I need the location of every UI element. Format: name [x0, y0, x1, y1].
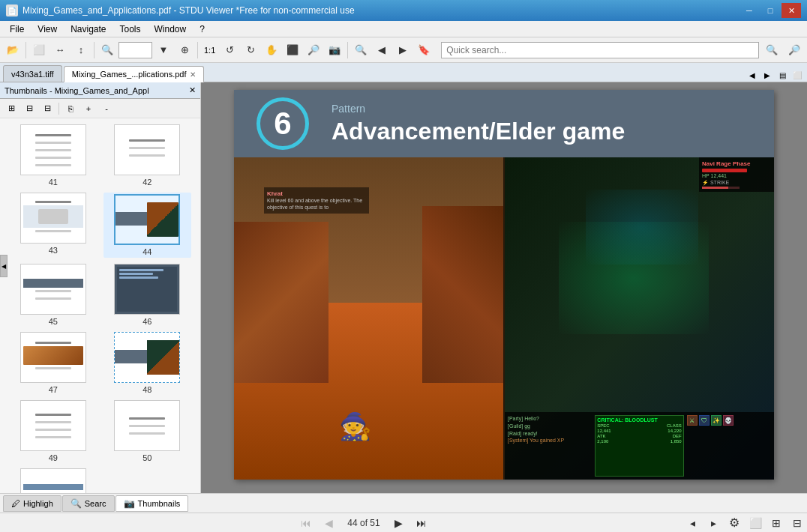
nav-view2-button[interactable]: ⊞ — [766, 515, 786, 531]
pdf-page: 6 Pattern Advancement/Elder game — [234, 90, 774, 480]
tab-tiff[interactable]: v43n3a1.tiff — [3, 65, 62, 82]
tab-prev-button[interactable]: ◀ — [746, 68, 759, 82]
thumb-page-42[interactable]: 42 — [104, 124, 192, 187]
thumb-view-grid[interactable]: ⊞ — [3, 101, 20, 116]
thumb-page-49[interactable]: 49 — [9, 400, 98, 462]
nav-back-button[interactable]: ◂ — [682, 515, 702, 531]
menu-window[interactable]: Window — [148, 22, 194, 37]
open-button[interactable]: 📂 — [3, 40, 22, 60]
menu-help[interactable]: ? — [193, 22, 212, 37]
thumb-view-rows[interactable]: ⊟ — [39, 101, 56, 116]
nav-first-button[interactable]: ⏮ — [296, 515, 316, 531]
thumb-page-41[interactable]: 41 — [9, 124, 98, 187]
main-area: Thumbnails - Mixing_Games_and_Appl ✕ ⊞ ⊟… — [0, 82, 807, 493]
tab-list-button[interactable]: ▤ — [776, 68, 789, 82]
thumb-page-51[interactable]: 51 — [9, 468, 98, 493]
search-options-button[interactable]: 🔎 — [784, 40, 804, 60]
thumb-label-49: 49 — [49, 453, 58, 462]
thumb-copy[interactable]: ⎘ — [62, 101, 79, 116]
thumb-img-43 — [20, 193, 86, 244]
zoom-tool-button[interactable]: 🔎 — [304, 40, 323, 60]
thumbnail-toolbar: ⊞ ⊟ ⊟ ⎘ + - — [0, 99, 200, 118]
fit-width-button[interactable]: ↔ — [50, 40, 70, 60]
tab-highlights[interactable]: 🖊 Highligh — [3, 495, 62, 512]
menu-view[interactable]: View — [31, 22, 64, 37]
nav-prev-button[interactable]: ◀ — [319, 515, 338, 531]
nav-settings-button[interactable]: ⚙ — [724, 515, 744, 531]
fit-page-button[interactable]: ⬜ — [29, 40, 49, 60]
thumb-page-47[interactable]: 47 — [9, 332, 98, 394]
zoom-dropdown-button[interactable]: ▼ — [154, 40, 173, 60]
game-screenshot-right: Navi Rage Phase HP 12,441 ⚡ STRIKE [Part… — [505, 157, 774, 480]
tab-expand-button[interactable]: ⬜ — [790, 68, 804, 82]
tab-next-button[interactable]: ▶ — [760, 68, 774, 82]
zoom-in-button[interactable]: ⊕ — [175, 40, 194, 60]
tab-search-label: Searc — [85, 499, 106, 508]
pdf-header-section: 6 Pattern Advancement/Elder game — [234, 90, 774, 157]
game-screenshot-left: 🧙 Khrat Kill level 60 and above the obje… — [234, 157, 503, 480]
nav-view1-button[interactable]: ⬜ — [746, 515, 765, 531]
zoom-input[interactable]: 125% — [118, 42, 152, 58]
thumb-view-cols[interactable]: ⊟ — [21, 101, 38, 116]
fit-height-button[interactable]: ↕ — [71, 40, 91, 60]
sep4 — [347, 42, 348, 58]
thumb-zoom-out[interactable]: - — [98, 101, 115, 116]
nav-view3-button[interactable]: ⊟ — [788, 515, 807, 531]
thumb-img-51 — [20, 468, 86, 493]
tab-tiff-label: v43n3a1.tiff — [11, 70, 54, 79]
rotate-right-button[interactable]: ↻ — [241, 40, 260, 60]
game-hud-right: Navi Rage Phase HP 12,441 ⚡ STRIKE — [699, 157, 774, 192]
tab-search[interactable]: 🔍 Searc — [62, 495, 115, 512]
minimize-button[interactable]: ─ — [740, 3, 759, 18]
tab-thumbnails[interactable]: 📷 Thumbnails — [116, 495, 189, 512]
next-find-button[interactable]: ▶ — [393, 40, 412, 60]
prev-find-button[interactable]: ◀ — [372, 40, 392, 60]
pattern-title: Advancement/Elder game — [332, 118, 625, 145]
page-num-display: 1:1 — [201, 46, 218, 55]
search-input[interactable] — [441, 42, 759, 58]
thumb-img-46 — [114, 264, 180, 315]
nav-bar: ⏮ ◀ 44 of 51 ▶ ⏭ ◂ ▸ ⚙ ⬜ ⊞ ⊟ — [0, 513, 807, 532]
thumb-label-43: 43 — [49, 246, 58, 255]
thumb-page-45[interactable]: 45 — [9, 264, 98, 326]
snapshot-button[interactable]: 📷 — [325, 40, 344, 60]
find-button[interactable]: 🔍 — [351, 40, 370, 60]
thumbnail-panel-close[interactable]: ✕ — [189, 85, 196, 95]
menu-file[interactable]: File — [3, 22, 31, 37]
tab-thumbnails-label: Thumbnails — [138, 499, 181, 508]
thumb-img-42 — [114, 124, 180, 175]
menu-bar: File View Navigate Tools Window ? — [0, 21, 807, 37]
zoom-out-button[interactable]: 🔍 — [98, 40, 117, 60]
tab-nav: ◀ ▶ ▤ ⬜ — [746, 68, 804, 82]
thumb-page-50[interactable]: 50 — [104, 400, 192, 462]
rotate-left-button[interactable]: ↺ — [220, 40, 239, 60]
search-box: 🔍 🔎 — [441, 40, 804, 60]
thumb-zoom-in[interactable]: + — [80, 101, 97, 116]
pattern-text-block: Pattern Advancement/Elder game — [332, 103, 625, 145]
search-go-button[interactable]: 🔍 — [762, 40, 782, 60]
menu-tools[interactable]: Tools — [113, 22, 148, 37]
close-button[interactable]: ✕ — [782, 3, 801, 18]
thumb-page-44[interactable]: 44 — [104, 193, 192, 258]
nav-fwd-button[interactable]: ▸ — [704, 515, 723, 531]
thumb-page-48[interactable]: 48 — [104, 332, 192, 394]
select-tool-button[interactable]: ⬛ — [283, 40, 302, 60]
tab-pdf-label: Mixing_Games_...plications.pdf — [72, 70, 187, 79]
panel-collapse-handle[interactable]: ◀ — [0, 255, 8, 277]
bookmark-button[interactable]: 🔖 — [414, 40, 434, 60]
hand-tool-button[interactable]: ✋ — [262, 40, 281, 60]
nav-last-button[interactable]: ⏭ — [412, 515, 431, 531]
pdf-area[interactable]: 6 Pattern Advancement/Elder game — [201, 82, 807, 493]
tab-pdf[interactable]: Mixing_Games_...plications.pdf ✕ — [64, 66, 204, 82]
pattern-number: 6 — [274, 106, 291, 142]
highlights-icon: 🖊 — [11, 498, 20, 509]
hud-chat: [Party] Hello? [Guild] gg [Raid] ready! … — [508, 415, 592, 477]
menu-navigate[interactable]: Navigate — [64, 22, 112, 37]
thumbnail-grid: 41 42 — [3, 124, 197, 493]
thumb-page-43[interactable]: 43 — [9, 193, 98, 258]
thumb-page-46[interactable]: 46 — [104, 264, 192, 326]
maximize-button[interactable]: □ — [760, 3, 780, 18]
nav-right: ◂ ▸ ⚙ ⬜ ⊞ ⊟ — [682, 515, 807, 531]
nav-next-button[interactable]: ▶ — [389, 515, 409, 531]
tab-pdf-close[interactable]: ✕ — [190, 70, 196, 79]
